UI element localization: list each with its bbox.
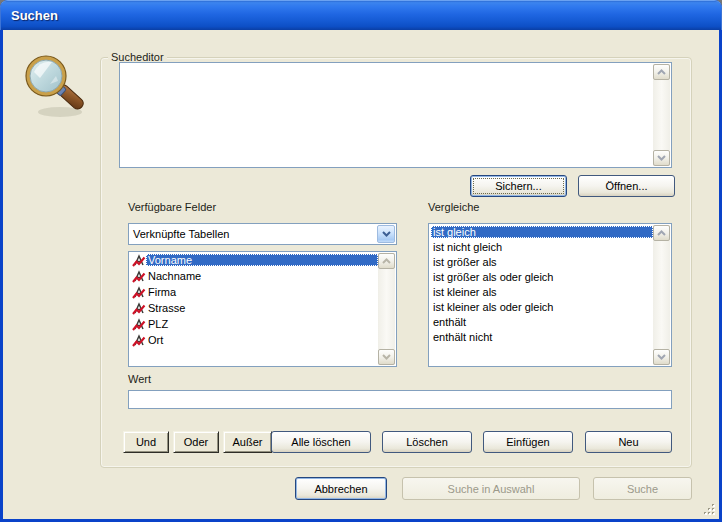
search-editor-row[interactable]: [120, 63, 653, 80]
available-fields-list[interactable]: Vorname Nachname: [128, 251, 397, 367]
scroll-up-button[interactable]: [378, 253, 395, 269]
save-button[interactable]: Sichern...: [470, 175, 567, 197]
value-label: Wert: [128, 373, 151, 386]
available-fields-label: Verfügbare Felder: [128, 201, 216, 214]
magnifier-icon: [20, 50, 92, 122]
table-select-combobox[interactable]: Verknüpfte Tabellen: [128, 223, 397, 245]
editor-scrollbar[interactable]: [653, 64, 670, 166]
scroll-up-button[interactable]: [653, 225, 670, 241]
delete-button[interactable]: Löschen: [382, 431, 472, 453]
search-dialog: Suchen Sucheditor: [0, 0, 722, 522]
field-type-text-icon: [131, 270, 146, 283]
fields-scrollbar[interactable]: [378, 253, 395, 365]
field-type-text-icon: [131, 318, 146, 331]
clear-all-button[interactable]: Alle löschen: [271, 431, 371, 453]
chevron-up-icon: [657, 69, 666, 75]
except-button[interactable]: Außer: [223, 431, 272, 453]
field-type-text-icon: [131, 286, 146, 299]
comparisons-scrollbar[interactable]: [653, 225, 670, 365]
scroll-down-button[interactable]: [653, 150, 670, 166]
scroll-down-button[interactable]: [378, 349, 395, 365]
comparison-list-item[interactable]: enthält: [429, 314, 653, 329]
value-input[interactable]: [128, 390, 672, 409]
chevron-up-icon: [657, 230, 666, 236]
search-button[interactable]: Suche: [593, 477, 692, 500]
field-list-item[interactable]: Firma: [129, 284, 378, 300]
chevron-down-icon: [657, 354, 666, 360]
comparison-list-item[interactable]: ist kleiner als: [429, 284, 653, 299]
search-editor-list[interactable]: [119, 62, 672, 168]
comparison-list-item[interactable]: ist größer als oder gleich: [429, 269, 653, 284]
chevron-up-icon: [382, 258, 391, 264]
scroll-down-button[interactable]: [653, 349, 670, 365]
open-button[interactable]: Öffnen...: [578, 175, 675, 197]
and-button[interactable]: Und: [123, 431, 169, 453]
field-list-item[interactable]: PLZ: [129, 316, 378, 332]
comparison-list-item[interactable]: enthält nicht: [429, 329, 653, 344]
comparisons-label: Vergleiche: [428, 201, 479, 214]
field-list-item[interactable]: Strasse: [129, 300, 378, 316]
comparison-list-item[interactable]: ist nicht gleich: [429, 239, 653, 254]
combobox-value: Verknüpfte Tabellen: [129, 228, 396, 240]
comparison-list-item[interactable]: ist größer als: [429, 254, 653, 269]
scroll-up-button[interactable]: [653, 64, 670, 80]
field-list-item[interactable]: Vorname: [129, 252, 378, 268]
insert-button[interactable]: Einfügen: [483, 431, 573, 453]
title-bar[interactable]: Suchen: [0, 0, 722, 30]
chevron-down-icon: [382, 231, 391, 237]
new-button[interactable]: Neu: [585, 431, 672, 453]
window-title: Suchen: [0, 8, 58, 23]
cancel-button[interactable]: Abbrechen: [295, 477, 387, 500]
field-type-text-icon: [131, 302, 146, 315]
field-list-item[interactable]: Nachname: [129, 268, 378, 284]
search-in-selection-button[interactable]: Suche in Auswahl: [402, 477, 580, 500]
comparison-list-item[interactable]: ist gleich: [429, 224, 653, 239]
combobox-dropdown-button[interactable]: [377, 225, 395, 243]
chevron-down-icon: [657, 155, 666, 161]
comparison-list-item[interactable]: ist kleiner als oder gleich: [429, 299, 653, 314]
resize-grip[interactable]: [703, 503, 717, 517]
field-type-text-icon: [131, 254, 146, 267]
field-type-text-icon: [131, 334, 146, 347]
comparisons-list[interactable]: ist gleich ist nicht gleich ist größer a…: [428, 223, 672, 367]
or-button[interactable]: Oder: [173, 431, 219, 453]
field-list-item[interactable]: Ort: [129, 332, 378, 348]
chevron-down-icon: [382, 354, 391, 360]
